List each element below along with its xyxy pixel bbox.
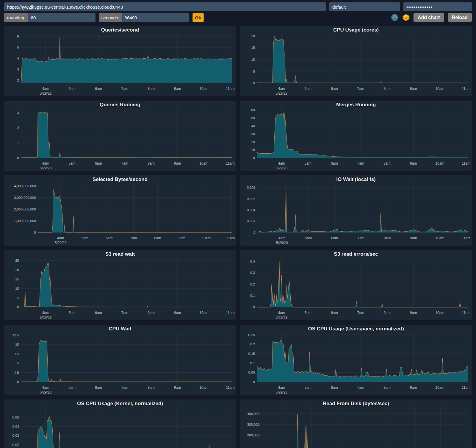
reload-button[interactable]: Reload — [448, 13, 472, 22]
y-tick-label: 2.5 — [14, 371, 19, 374]
chart-panel-os-cpu-usage-kernel: 0.020.030.040.054am5/29/235am6am7am8am9a… — [4, 399, 236, 448]
y-tick-label: 0.03 — [12, 434, 19, 437]
chart-canvas-read-from-disk[interactable]: 200,000300,000400,0004am5/29/235am6am7am… — [240, 399, 472, 448]
y-tick-label: 4 — [17, 57, 19, 60]
y-tick-label: 0.2 — [250, 342, 255, 346]
x-tick-label: 9am — [174, 161, 181, 166]
y-tick-label: 7.5 — [14, 352, 19, 356]
rounding-label: rounding: — [4, 13, 28, 22]
add-chart-button[interactable]: Add chart — [414, 13, 444, 22]
chart-panel-s3-read-errors-per-sec: 00.10.20.30.44am5/29/235am6am7am8am9am10… — [240, 250, 472, 320]
password-input[interactable] — [403, 2, 472, 11]
y-tick-label: 5 — [17, 46, 19, 49]
dark-theme-moon-icon[interactable]: 🌚 — [391, 14, 399, 21]
y-tick-label: 0.15 — [248, 352, 255, 355]
x-tick-label: 11am — [462, 385, 470, 390]
chart-canvas-queries-per-second[interactable]: 234564am5/29/235am6am7am8am9am10am11amQu… — [4, 26, 236, 96]
x-tick-label: 6am — [106, 236, 112, 240]
x-tick-label: 10am — [435, 161, 444, 166]
chart-canvas-io-wait-local-fs[interactable]: 00.0020.0040.0060.0084am5/29/235am6am7am… — [240, 175, 472, 246]
y-tick-label: 10 — [15, 343, 19, 346]
y-tick-label: 15 — [251, 46, 255, 49]
x-tick-label: 10am — [199, 161, 208, 166]
chart-title: Merges Running — [336, 102, 376, 107]
chart-title: Queries/second — [101, 27, 139, 33]
chart-title: S3 read errors/sec — [334, 251, 378, 257]
series-line — [257, 36, 468, 83]
y-tick-label: 0.05 — [12, 416, 19, 419]
x-tick-label: 4am — [42, 87, 49, 91]
ok-button[interactable]: Ok — [192, 13, 204, 22]
chart-panel-selected-bytes-per-second: 01,000,000,0002,000,000,0003,000,000,000… — [4, 175, 236, 246]
x-axis-date-label: 5/29/23 — [276, 241, 288, 245]
x-tick-label: 9am — [410, 385, 417, 390]
x-tick-label: 10am — [435, 87, 444, 91]
y-tick-label: 15 — [15, 277, 19, 281]
y-tick-label: 5 — [253, 70, 255, 73]
rounding-input[interactable] — [28, 13, 95, 22]
seconds-input[interactable] — [122, 13, 189, 22]
x-tick-label: 7am — [357, 161, 364, 166]
x-tick-label: 6am — [95, 311, 102, 315]
chart-title: Queries Running — [100, 102, 140, 107]
chart-canvas-queries-running[interactable]: 01234am5/29/235am6am7am8am9am10am11amQue… — [4, 101, 236, 171]
y-tick-label: 400,000 — [247, 412, 260, 416]
chart-canvas-s3-read-wait[interactable]: 05101520254am5/29/235am6am7am8am9am10am1… — [4, 250, 236, 320]
x-tick-label: 8am — [383, 161, 390, 166]
chart-canvas-os-cpu-usage-userspace[interactable]: 00.050.10.150.20.254am5/29/235am6am7am8a… — [240, 325, 472, 395]
y-tick-label: 20 — [15, 268, 19, 272]
x-tick-label: 11am — [226, 385, 234, 390]
x-axis-date-label: 5/29/23 — [275, 316, 287, 320]
x-axis-date-label: 5/29/23 — [40, 91, 51, 96]
x-tick-label: 4am — [278, 385, 285, 390]
chart-canvas-s3-read-errors-per-sec[interactable]: 00.10.20.30.44am5/29/235am6am7am8am9am10… — [240, 250, 472, 320]
y-tick-label: 5 — [17, 296, 19, 300]
y-tick-label: 40 — [251, 124, 255, 128]
x-tick-label: 4am — [42, 311, 49, 315]
series-area — [258, 185, 469, 233]
seconds-label: seconds: — [99, 13, 122, 22]
x-tick-label: 5am — [305, 236, 312, 240]
x-tick-label: 6am — [331, 161, 338, 166]
y-tick-label: 0.002 — [247, 219, 256, 223]
x-tick-label: 10am — [199, 311, 208, 315]
light-theme-sun-icon[interactable]: 🌞 — [402, 14, 410, 21]
chart-title: CPU Wait — [109, 326, 131, 332]
chart-title: OS CPU Usage (Kernel, normalized) — [77, 401, 163, 406]
x-tick-label: 5am — [305, 87, 311, 91]
x-tick-label: 11am — [462, 311, 470, 315]
y-tick-label: 0.05 — [248, 371, 255, 374]
x-tick-label: 7am — [130, 236, 137, 240]
x-tick-label: 10am — [199, 87, 208, 91]
chart-panel-cpu-usage-cores: 051015204am5/29/235am6am7am8am9am10am11a… — [240, 26, 472, 96]
y-tick-label: 1 — [17, 141, 19, 145]
y-tick-label: 30 — [251, 132, 255, 136]
chart-canvas-selected-bytes-per-second[interactable]: 01,000,000,0002,000,000,0003,000,000,000… — [4, 175, 236, 246]
x-tick-label: 8am — [148, 311, 154, 315]
x-tick-label: 5am — [69, 311, 76, 315]
seconds-combo: seconds: — [99, 13, 189, 22]
x-axis-date-label: 5/29/23 — [40, 166, 51, 170]
chart-title: Read From Disk (bytes/sec) — [323, 401, 389, 406]
y-tick-label: 0 — [17, 156, 19, 160]
chart-canvas-os-cpu-usage-kernel[interactable]: 0.020.030.040.054am5/29/235am6am7am8am9a… — [4, 399, 236, 448]
chart-canvas-merges-running[interactable]: 01020304050604am5/29/235am6am7am8am9am10… — [240, 101, 472, 171]
x-tick-label: 4am — [278, 236, 285, 240]
x-tick-label: 5am — [305, 161, 311, 166]
x-tick-label: 8am — [383, 385, 390, 390]
y-tick-label: 0 — [253, 305, 255, 309]
y-tick-label: 0 — [253, 81, 255, 85]
series-line — [21, 416, 232, 448]
chart-canvas-cpu-wait[interactable]: 02.557.51012.54am5/29/235am6am7am8am9am1… — [4, 325, 236, 395]
x-tick-label: 10am — [435, 385, 444, 390]
series-area — [21, 340, 232, 382]
username-input[interactable] — [329, 2, 400, 11]
server-url-input[interactable] — [4, 2, 326, 11]
x-axis-date-label: 5/29/23 — [275, 91, 287, 96]
theme-and-actions: 🌚 🌞 Add chart Reload — [391, 13, 472, 22]
x-tick-label: 7am — [121, 311, 128, 315]
chart-canvas-cpu-usage-cores[interactable]: 051015204am5/29/235am6am7am8am9am10am11a… — [240, 26, 472, 96]
y-tick-label: 0.004 — [247, 208, 256, 212]
y-tick-label: 20 — [251, 140, 255, 144]
series-area — [21, 113, 232, 158]
